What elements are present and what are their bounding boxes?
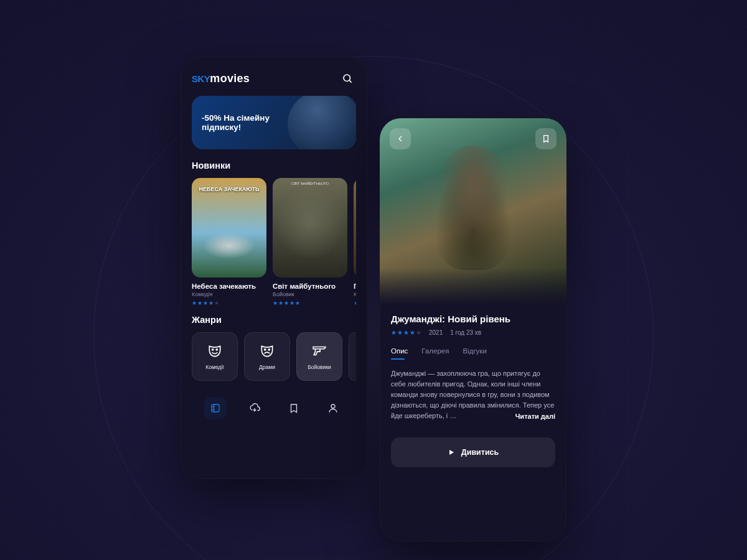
- detail-year: 2021: [429, 329, 443, 336]
- watch-label: Дивитись: [461, 448, 499, 457]
- rating-stars: ★★★★★: [391, 329, 421, 336]
- phone-browse-screen: skymovies -50% На сімейну підписку! Нови…: [181, 56, 367, 479]
- movie-poster: [354, 178, 356, 278]
- nav-bookmarks[interactable]: [283, 397, 305, 419]
- svg-point-10: [331, 404, 335, 408]
- genre-label: Бойовики: [308, 364, 331, 370]
- browse-icon: [210, 403, 221, 414]
- movie-card[interactable]: СВІТ МАЙБУТНЬОГО Світ майбутнього Бойови…: [273, 178, 347, 306]
- comedy-mask-icon: [207, 343, 223, 359]
- watch-button[interactable]: Дивитись: [391, 437, 555, 467]
- svg-point-4: [265, 349, 266, 350]
- genres-row: Комедії Драми Бойовики: [192, 332, 356, 381]
- genre-label: Комедії: [205, 364, 223, 370]
- bottom-nav: [192, 392, 356, 424]
- download-icon: [249, 403, 260, 414]
- movie-poster: СВІТ МАЙБУТНЬОГО: [273, 178, 347, 278]
- genre-tile-comedy[interactable]: Комедії: [192, 332, 238, 381]
- detail-title: Джуманджі: Новий рівень: [391, 314, 555, 324]
- detail-tabs: Опис Галерея Відгуки: [391, 347, 555, 358]
- drama-mask-icon: [259, 343, 275, 359]
- header: skymovies: [192, 70, 356, 87]
- section-genres-title: Жанри: [192, 315, 356, 325]
- search-button[interactable]: [339, 70, 356, 87]
- svg-line-1: [349, 80, 351, 82]
- nav-profile[interactable]: [322, 397, 344, 419]
- movie-title: Світ майбутнього: [273, 282, 347, 290]
- search-icon: [342, 73, 353, 84]
- rating-stars: ★★: [354, 300, 356, 306]
- movie-title: По: [354, 282, 356, 290]
- rating-stars: ★★★★★: [273, 300, 347, 306]
- svg-point-2: [212, 349, 214, 350]
- read-more-link[interactable]: Читати далі: [515, 413, 555, 420]
- svg-point-0: [344, 75, 350, 82]
- arrow-left-icon: [395, 134, 405, 144]
- tab-description[interactable]: Опис: [391, 347, 408, 358]
- movie-genre: Комедія: [192, 291, 266, 297]
- nav-download[interactable]: [243, 397, 266, 419]
- back-button[interactable]: [390, 128, 411, 149]
- genre-tile-drama[interactable]: Драми: [244, 332, 290, 381]
- promo-image: [288, 96, 356, 149]
- detail-meta: ★★★★★ 2021 1 год 23 хв: [391, 329, 555, 336]
- logo-brand: sky: [192, 73, 210, 84]
- nav-browse[interactable]: [204, 397, 227, 419]
- movie-poster: НЕБЕСА ЗАЧЕКАЮТЬ: [192, 178, 266, 278]
- tab-reviews[interactable]: Відгуки: [463, 347, 486, 358]
- new-movies-row: НЕБЕСА ЗАЧЕКАЮТЬ Небеса зачекають Комеді…: [192, 178, 356, 306]
- movie-title: Небеса зачекають: [192, 282, 266, 290]
- tab-gallery[interactable]: Галерея: [421, 347, 449, 358]
- movie-genre: Ко: [354, 291, 356, 297]
- poster-overlay-title: НЕБЕСА ЗАЧЕКАЮТЬ: [197, 187, 261, 193]
- section-new-title: Новинки: [192, 161, 356, 170]
- bookmark-button[interactable]: [535, 128, 557, 149]
- svg-point-5: [268, 349, 270, 350]
- profile-icon: [327, 403, 339, 414]
- logo-suffix: movies: [210, 72, 250, 85]
- bookmark-icon: [541, 134, 551, 144]
- genre-tile-action[interactable]: Бойовики: [296, 332, 342, 381]
- svg-rect-6: [212, 404, 219, 412]
- app-logo: skymovies: [192, 72, 250, 85]
- movie-genre: Бойовик: [273, 291, 347, 297]
- poster-overlay-title: СВІТ МАЙБУТНЬОГО: [278, 182, 342, 185]
- detail-duration: 1 год 23 хв: [450, 329, 481, 336]
- rating-stars: ★★★★★: [192, 300, 266, 306]
- bookmark-icon: [288, 403, 299, 414]
- promo-banner[interactable]: -50% На сімейну підписку!: [192, 96, 356, 149]
- gun-icon: [311, 343, 327, 359]
- hero-image: [380, 118, 566, 305]
- play-icon: [448, 449, 455, 456]
- svg-point-3: [216, 349, 217, 350]
- movie-card[interactable]: НЕБЕСА ЗАЧЕКАЮТЬ Небеса зачекають Комеді…: [192, 178, 266, 306]
- movie-card[interactable]: По Ко ★★: [354, 178, 356, 306]
- decorative-circle: [93, 56, 654, 560]
- phone-detail-screen: Джуманджі: Новий рівень ★★★★★ 2021 1 год…: [380, 118, 566, 541]
- genre-tile-more[interactable]: [349, 332, 356, 381]
- genre-label: Драми: [259, 364, 275, 370]
